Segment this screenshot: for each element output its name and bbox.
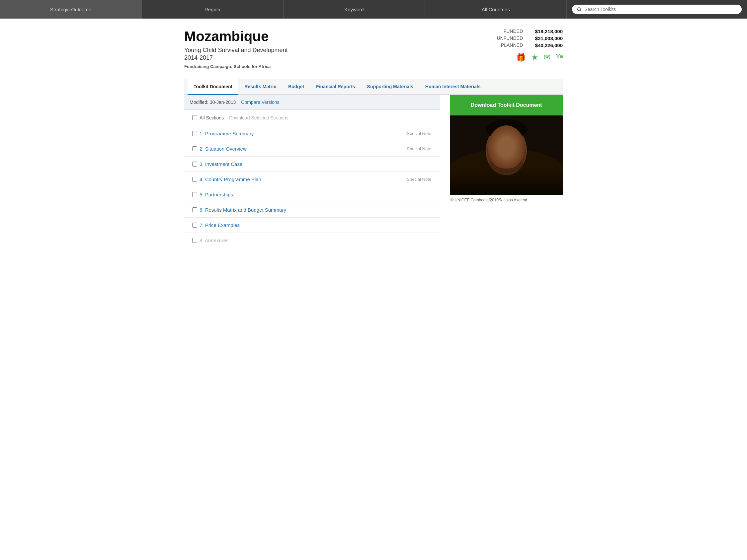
svg-line-1 [580,10,581,11]
svg-rect-16 [500,156,502,164]
section-row: 2. Situation Overview Special Note [184,141,440,157]
special-note-s1: Special Note [407,131,435,136]
tab-financial-reports[interactable]: Financial Reports [310,79,361,95]
section-checkbox-s1[interactable] [192,131,197,136]
header-left: Mozambique Young Child Survival and Deve… [184,29,288,69]
search-input[interactable] [584,7,737,12]
svg-point-13 [494,156,509,168]
modified-bar: Modified: 30-Jan-2013 Compare Versions [184,95,440,110]
photo-container: © UNICEF Cambodia/2010/Nicolas Axelrod [450,115,563,203]
right-panel: Download Toolkit Document [450,95,563,248]
chart-icon[interactable]: Y≡ [556,53,563,62]
all-sections-checkbox[interactable] [192,115,197,120]
section-link-s5[interactable]: 5. Partnerships [200,192,431,197]
campaign-info: Fundraising Campaign: Schools for Africa [184,64,288,69]
svg-rect-15 [496,157,498,164]
download-toolkit-button[interactable]: Download Toolkit Document [450,95,563,115]
section-checkbox-s8[interactable] [192,238,197,243]
top-nav: Strategic Outcome Region Keyword All Cou… [0,0,747,19]
funding-planned: PLANNED $40,226,000 [476,43,563,48]
section-link-s7[interactable]: 7. Price Examples [200,222,431,228]
nav-keyword[interactable]: Keyword [284,0,425,19]
funded-value: $19,218,000 [530,29,563,34]
campaign-label: Fundraising Campaign: [184,64,232,69]
section-checkbox-s5[interactable] [192,192,197,197]
nav-all-countries[interactable]: All Countries [425,0,567,19]
all-sections-checkbox-col [189,115,200,120]
section-row: 6. Results Matrix and Budget Summary [184,203,440,218]
section-checkbox-s7[interactable] [192,222,197,228]
svg-point-0 [578,8,581,10]
svg-point-11 [512,145,515,149]
main-content: Mozambique Young Child Survival and Deve… [174,19,573,248]
svg-point-6 [496,144,502,150]
mail-icon[interactable]: ✉ [544,53,550,62]
special-note-s2: Special Note [407,146,435,151]
section-checkbox-s3[interactable] [192,162,197,166]
svg-point-9 [512,145,515,148]
gift-icon[interactable]: 🎁 [516,53,526,62]
section-link-s2[interactable]: 2. Situation Overview [200,146,407,152]
tab-toolkit-document[interactable]: Toolkit Document [187,79,238,95]
section-checkbox-s6[interactable] [192,207,197,212]
section-checkbox-s4[interactable] [192,177,197,182]
modified-text: Modified: 30-Jan-2013 [189,100,236,105]
section-link-s4[interactable]: 4. Country Programme Plan [200,177,407,182]
all-sections-label: All Sections [200,115,224,121]
section-row: 7. Price Examples [184,218,440,233]
svg-point-12 [490,154,523,173]
section-row: 5. Partnerships [184,187,440,203]
svg-rect-18 [508,156,510,164]
action-icons-row: 🎁 ★ ✉ Y≡ [476,53,563,62]
unfunded-value: $21,008,000 [530,35,563,41]
section-row: 3. Investment Case [184,157,440,172]
page-title: Mozambique [184,29,288,45]
page-subtitle: Young Child Survival and Development2014… [184,47,288,62]
tab-budget[interactable]: Budget [282,79,310,95]
search-container [567,0,747,19]
search-icon [577,7,582,12]
section-row: 8. Annexures [184,233,440,248]
planned-label: PLANNED [501,43,523,48]
page-header: Mozambique Young Child Survival and Deve… [184,29,563,69]
svg-rect-22 [450,115,563,195]
nav-strategic-outcome[interactable]: Strategic Outcome [0,0,142,19]
download-selected-label: Download Selected Sections [229,115,288,121]
photo-image [450,115,563,195]
svg-point-10 [497,145,501,149]
svg-point-7 [510,144,517,150]
photo-svg [450,115,563,195]
campaign-value: Schools for Africa [234,64,271,69]
section-checkbox-s2[interactable] [192,146,197,151]
section-link-s3[interactable]: 3. Investment Case [200,161,431,167]
star-icon[interactable]: ★ [531,53,539,62]
svg-rect-19 [512,157,514,164]
compare-versions-link[interactable]: Compare Versions [241,100,279,105]
sections-header: All Sections Download Selected Sections [184,110,440,126]
tab-human-interest-materials[interactable]: Human Interest Materials [419,79,487,95]
special-note-s4: Special Note [407,177,435,182]
tabs-bar: Toolkit Document Results Matrix Budget F… [184,79,563,95]
nav-region[interactable]: Region [142,0,284,19]
section-row: 1. Programme Summary Special Note [184,126,440,141]
svg-rect-17 [504,156,506,164]
planned-value: $40,226,000 [530,43,563,48]
search-box [572,5,742,14]
section-link-s6[interactable]: 6. Results Matrix and Budget Summary [200,207,431,213]
section-link-s1[interactable]: 1. Programme Summary [200,131,407,136]
tab-results-matrix[interactable]: Results Matrix [238,79,282,95]
content-area: Modified: 30-Jan-2013 Compare Versions A… [184,95,563,248]
photo-caption: © UNICEF Cambodia/2010/Nicolas Axelrod [450,198,563,203]
funded-label: FUNDED [504,29,523,34]
funding-unfunded: UNFUNDED $21,008,000 [476,35,563,41]
section-link-s8[interactable]: 8. Annexures [200,238,431,243]
svg-point-8 [498,145,500,148]
section-row: 4. Country Programme Plan Special Note [184,172,440,187]
left-panel: Modified: 30-Jan-2013 Compare Versions A… [184,95,440,248]
unfunded-label: UNFUNDED [497,35,523,41]
tab-supporting-materials[interactable]: Supporting Materials [361,79,419,95]
funding-funded: FUNDED $19,218,000 [476,29,563,34]
header-right: FUNDED $19,218,000 UNFUNDED $21,008,000 … [476,29,563,62]
